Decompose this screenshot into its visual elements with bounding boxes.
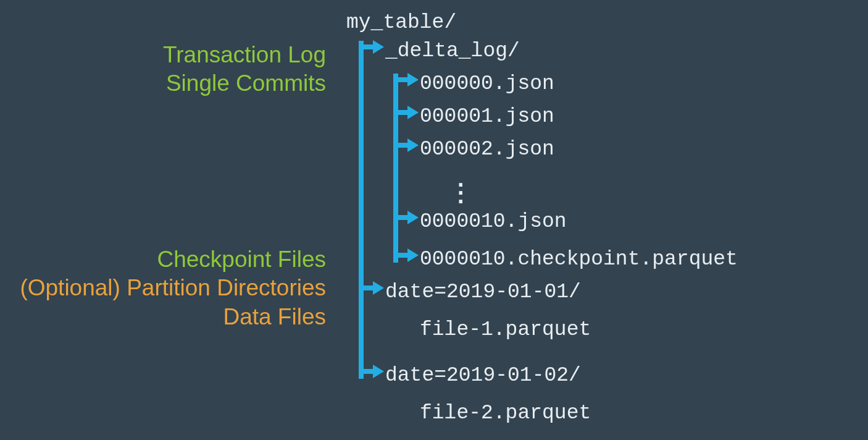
label-checkpoint-files: Checkpoint Files: [20, 245, 326, 274]
tree-line-level2: [393, 74, 398, 263]
label-partition-dirs: (Optional) Partition Directories: [20, 274, 326, 302]
fs-commit-2-text: 000002.json: [420, 138, 554, 161]
fs-commit-1: 000001.json: [420, 105, 554, 128]
fs-checkpoint-text: 0000010.checkpoint.parquet: [420, 248, 738, 271]
fs-delta-log-dir-text: _delta_log/: [385, 40, 520, 62]
fs-commit-10-text: 0000010.json: [420, 210, 567, 233]
label-transaction-log-line1: Transaction Log: [163, 41, 326, 69]
fs-partition-1-text: date=2019-01-01/: [385, 281, 581, 303]
label-transaction-log: Transaction Log Single Commits: [163, 41, 326, 98]
fs-partition-2-text: date=2019-01-02/: [385, 364, 581, 387]
fs-commit-2: 000002.json: [420, 138, 554, 161]
fs-checkpoint: 0000010.checkpoint.parquet: [420, 248, 738, 271]
fs-file-2-text: file-2.parquet: [420, 402, 591, 425]
fs-file-1: file-1.parquet: [420, 318, 591, 341]
vertical-ellipsis: ...: [457, 175, 464, 200]
fs-commit-1-text: 000001.json: [420, 105, 554, 128]
tree-line-level1: [359, 41, 364, 379]
fs-delta-log-dir: _delta_log/: [385, 40, 520, 62]
fs-partition-1: date=2019-01-01/: [385, 281, 581, 303]
fs-file-1-text: file-1.parquet: [420, 318, 591, 341]
fs-root: my_table/: [346, 11, 456, 34]
label-single-commits: Single Commits: [163, 69, 326, 98]
fs-file-2: file-2.parquet: [420, 402, 591, 425]
fs-commit-0: 000000.json: [420, 72, 554, 95]
fs-commit-10: 0000010.json: [420, 210, 567, 233]
fs-commit-0-text: 000000.json: [420, 72, 554, 95]
label-group-bottom: Checkpoint Files (Optional) Partition Di…: [20, 245, 326, 331]
filesystem-tree: my_table/ _delta_log/ 000000.json 000001…: [346, 0, 868, 440]
fs-root-text: my_table/: [346, 11, 456, 34]
fs-partition-2: date=2019-01-02/: [385, 364, 581, 387]
label-data-files: Data Files: [20, 303, 326, 331]
